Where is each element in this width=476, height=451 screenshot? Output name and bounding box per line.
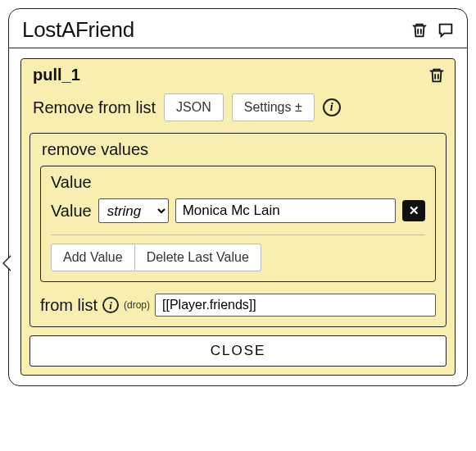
window-header-actions xyxy=(410,20,456,40)
from-list-row: from list i (drop) xyxy=(40,294,436,317)
window-title: LostAFriend xyxy=(22,17,134,43)
value-box-title: Value xyxy=(51,173,425,192)
value-box: Value Value string ✕ Add Value Delete La… xyxy=(40,166,436,282)
divider xyxy=(51,235,425,235)
window-body: pull_1 Remove from list JSON Settings ± … xyxy=(9,48,467,376)
trash-icon[interactable] xyxy=(410,20,429,40)
value-input[interactable] xyxy=(175,198,396,223)
drop-hint: (drop) xyxy=(124,299,150,311)
node-panel-header: pull_1 xyxy=(29,66,447,85)
editor-window: LostAFriend pull_1 xyxy=(8,8,468,386)
node-id: pull_1 xyxy=(29,66,80,84)
info-icon[interactable]: i xyxy=(102,297,119,313)
from-list-input[interactable] xyxy=(155,294,436,317)
node-panel: pull_1 Remove from list JSON Settings ± … xyxy=(20,58,456,376)
settings-button[interactable]: Settings ± xyxy=(232,93,315,121)
close-button[interactable]: CLOSE xyxy=(29,335,447,367)
add-value-button[interactable]: Add Value xyxy=(51,244,135,271)
trash-icon[interactable] xyxy=(427,66,447,85)
remove-values-title: remove values xyxy=(40,140,436,159)
action-label: Remove from list xyxy=(33,98,156,117)
clear-value-icon[interactable]: ✕ xyxy=(402,200,425,221)
delete-last-value-button[interactable]: Delete Last Value xyxy=(135,244,261,271)
value-label: Value xyxy=(51,202,92,221)
comment-icon[interactable] xyxy=(436,20,456,40)
value-row: Value string ✕ xyxy=(51,198,425,223)
info-icon[interactable]: i xyxy=(323,98,341,116)
from-list-label: from list xyxy=(40,296,97,315)
value-buttons: Add Value Delete Last Value xyxy=(51,244,425,271)
json-button[interactable]: JSON xyxy=(164,93,224,121)
expand-handle-icon[interactable] xyxy=(4,256,11,271)
remove-values-panel: remove values Value Value string ✕ Add V… xyxy=(29,133,447,327)
type-select[interactable]: string xyxy=(98,198,169,223)
window-header: LostAFriend xyxy=(9,9,467,48)
action-row: Remove from list JSON Settings ± i xyxy=(33,93,445,121)
